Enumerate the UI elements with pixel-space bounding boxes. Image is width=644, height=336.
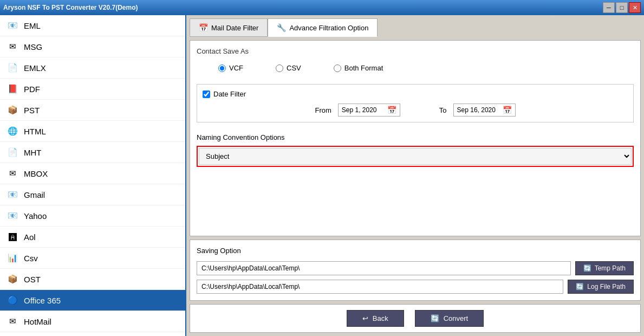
contact-save-as-label: Contact Save As xyxy=(197,47,634,55)
app-title: Aryson NSF To PST Converter V20.7(Demo) xyxy=(3,4,138,11)
advance-filtration-tab-icon: 🔧 xyxy=(277,23,286,32)
maximize-button[interactable]: □ xyxy=(616,2,628,13)
to-label: To xyxy=(439,106,447,114)
log-file-path-input[interactable] xyxy=(197,280,563,294)
to-calendar-icon[interactable]: 📅 xyxy=(503,106,512,114)
sidebar-label-yahoo: Yahoo xyxy=(24,211,47,221)
sidebar-item-eml[interactable]: 📧 EML xyxy=(0,15,185,36)
html-icon: 🌐 xyxy=(5,124,19,138)
tab-advance-filtration[interactable]: 🔧 Advance Filtration Option xyxy=(268,18,378,37)
mbox-icon: ✉ xyxy=(5,166,19,180)
sidebar-label-hotmail: HotMail xyxy=(24,317,51,326)
temp-path-input[interactable] xyxy=(197,261,571,275)
sidebar-item-office365[interactable]: 🔵 Office 365 xyxy=(0,290,185,311)
content-area: 📅 Mail Date Filter 🔧 Advance Filtration … xyxy=(186,15,644,336)
title-bar: Aryson NSF To PST Converter V20.7(Demo) … xyxy=(0,0,644,15)
sidebar-item-mht[interactable]: 📄 MHT xyxy=(0,142,185,163)
temp-path-button[interactable]: 🔄 Temp Path xyxy=(575,261,634,275)
vcf-option[interactable]: VCF xyxy=(218,64,243,72)
sidebar-item-gmail[interactable]: 📧 Gmail xyxy=(0,184,185,205)
sidebar: 📧 EML ✉ MSG 📄 EMLX 📕 PDF 📦 PST 🌐 HTML 📄 … xyxy=(0,15,186,336)
sidebar-label-gmail: Gmail xyxy=(24,190,45,199)
sidebar-item-msg[interactable]: ✉ MSG xyxy=(0,36,185,57)
aol-icon: 🅰 xyxy=(5,230,19,244)
window-controls: ─ □ ✕ xyxy=(603,2,641,13)
naming-convention-section: Naming Convention Options SubjectDateSen… xyxy=(197,130,634,170)
mail-date-filter-tab-icon: 📅 xyxy=(199,23,208,32)
vcf-label: VCF xyxy=(229,64,243,72)
date-filter-checkbox[interactable] xyxy=(203,91,210,98)
bottom-bar: ↩ Back 🔄 Convert xyxy=(190,304,641,333)
both-label: Both Format xyxy=(344,64,383,72)
main-panel: Contact Save As VCF CSV Both Format xyxy=(190,40,641,236)
sidebar-item-aol[interactable]: 🅰 Aol xyxy=(0,227,185,248)
sidebar-label-pst: PST xyxy=(24,106,40,115)
to-date-field[interactable] xyxy=(457,106,500,114)
sidebar-item-pdf[interactable]: 📕 PDF xyxy=(0,79,185,100)
both-option[interactable]: Both Format xyxy=(334,64,383,72)
sidebar-label-eml: EML xyxy=(24,21,41,30)
date-filter-section: Date Filter From 📅 To 📅 xyxy=(197,84,634,122)
sidebar-item-mbox[interactable]: ✉ MBOX xyxy=(0,163,185,184)
sidebar-item-liveexchange[interactable]: 🔄 LiveExchange xyxy=(0,332,185,336)
from-calendar-icon[interactable]: 📅 xyxy=(387,106,396,114)
sync-icon: 🔄 xyxy=(583,264,591,272)
close-button[interactable]: ✕ xyxy=(629,2,641,13)
advance-filtration-tab-label: Advance Filtration Option xyxy=(289,24,368,32)
contact-save-as-section: Contact Save As VCF CSV Both Format xyxy=(197,47,634,76)
date-row: From 📅 To 📅 xyxy=(203,104,628,117)
sidebar-label-msg: MSG xyxy=(24,42,42,51)
sidebar-label-emlx: EMLX xyxy=(24,63,46,73)
csv-icon: 📊 xyxy=(5,251,19,265)
vcf-radio[interactable] xyxy=(218,64,226,72)
from-date-field[interactable] xyxy=(342,106,385,114)
yahoo-icon: 📧 xyxy=(5,209,19,223)
log-file-path-button[interactable]: 🔄 Log File Path xyxy=(568,280,634,294)
tab-bar: 📅 Mail Date Filter 🔧 Advance Filtration … xyxy=(190,18,641,37)
both-radio[interactable] xyxy=(334,64,341,72)
pst-icon: 📦 xyxy=(5,103,19,117)
sidebar-label-mbox: MBOX xyxy=(24,169,48,178)
saving-option-label: Saving Option xyxy=(197,247,634,255)
tab-mail-date-filter[interactable]: 📅 Mail Date Filter xyxy=(190,18,268,37)
sidebar-item-yahoo[interactable]: 📧 Yahoo xyxy=(0,205,185,227)
from-date-input[interactable]: 📅 xyxy=(338,104,400,117)
to-date-input[interactable]: 📅 xyxy=(453,104,516,117)
csv-label: CSV xyxy=(287,64,301,72)
log-file-path-label: Log File Path xyxy=(587,283,626,290)
convert-button[interactable]: 🔄 Convert xyxy=(415,310,484,327)
sidebar-item-csv[interactable]: 📊 Csv xyxy=(0,248,185,269)
mht-icon: 📄 xyxy=(5,145,19,159)
sidebar-item-pst[interactable]: 📦 PST xyxy=(0,100,185,121)
sidebar-label-csv: Csv xyxy=(24,254,38,263)
office365-icon: 🔵 xyxy=(5,293,19,307)
back-button[interactable]: ↩ Back xyxy=(347,310,404,327)
pdf-icon: 📕 xyxy=(5,82,19,96)
sidebar-item-html[interactable]: 🌐 HTML xyxy=(0,121,185,142)
csv-radio[interactable] xyxy=(276,64,283,72)
eml-icon: 📧 xyxy=(5,18,19,33)
hotmail-icon: ✉ xyxy=(5,314,19,328)
naming-convention-label: Naming Convention Options xyxy=(197,133,634,141)
sidebar-item-ost[interactable]: 📦 OST xyxy=(0,269,185,290)
mail-date-filter-tab-label: Mail Date Filter xyxy=(211,24,258,32)
temp-path-row: 🔄 Temp Path xyxy=(197,261,634,275)
naming-convention-dropdown[interactable]: SubjectDateSenderReceiver xyxy=(199,148,632,165)
emlx-icon: 📄 xyxy=(5,61,19,75)
sidebar-label-aol: Aol xyxy=(24,232,36,242)
back-label: Back xyxy=(373,314,388,322)
main-container: 📧 EML ✉ MSG 📄 EMLX 📕 PDF 📦 PST 🌐 HTML 📄 … xyxy=(0,15,644,336)
back-icon: ↩ xyxy=(362,314,368,322)
csv-option[interactable]: CSV xyxy=(276,64,301,72)
from-label: From xyxy=(315,106,331,114)
sidebar-label-html: HTML xyxy=(24,127,46,136)
sidebar-item-hotmail[interactable]: ✉ HotMail xyxy=(0,311,185,332)
sidebar-label-office365: Office 365 xyxy=(24,296,61,305)
msg-icon: ✉ xyxy=(5,40,19,54)
sidebar-item-emlx[interactable]: 📄 EMLX xyxy=(0,57,185,79)
date-filter-label: Date Filter xyxy=(213,90,246,98)
sidebar-label-ost: OST xyxy=(24,275,41,284)
minimize-button[interactable]: ─ xyxy=(603,2,615,13)
sync-icon2: 🔄 xyxy=(576,283,584,290)
naming-dropdown-wrapper: SubjectDateSenderReceiver xyxy=(197,146,634,167)
